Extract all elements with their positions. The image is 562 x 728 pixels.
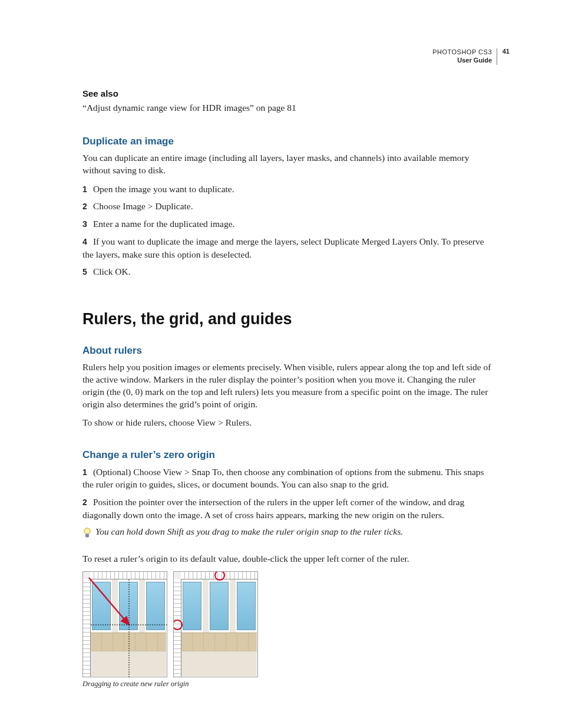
step-number: 2 bbox=[82, 497, 91, 509]
step-text: (Optional) Choose View > Snap To, then c… bbox=[82, 467, 484, 490]
step-text: Open the image you want to duplicate. bbox=[93, 184, 234, 194]
change-origin-step-2: 2 Position the pointer over the intersec… bbox=[82, 496, 497, 521]
chapter-heading-block: Rulers, the grid, and guides bbox=[82, 310, 497, 328]
header-page-number: 41 bbox=[499, 48, 510, 56]
change-origin-block: Change a ruler’s zero origin 1 (Optional… bbox=[82, 449, 497, 689]
page-header: PHOTOSHOP CS3 41 User Guide bbox=[432, 48, 497, 65]
see-also-block: See also “Adjust dynamic range view for … bbox=[82, 88, 497, 114]
step-text: Click OK. bbox=[93, 266, 131, 276]
see-also-heading: See also bbox=[82, 88, 497, 98]
step-number: 3 bbox=[82, 219, 91, 230]
header-subtitle: User Guide bbox=[457, 57, 492, 64]
step-text: Position the pointer over the intersecti… bbox=[82, 497, 464, 520]
figure-after bbox=[173, 571, 258, 677]
step-text: Choose Image > Duplicate. bbox=[93, 201, 193, 211]
figure-before bbox=[82, 571, 167, 677]
duplicate-intro: You can duplicate an entire image (inclu… bbox=[82, 152, 497, 177]
header-product: PHOTOSHOP CS3 bbox=[432, 48, 492, 55]
tip-row: You can hold down Shift as you drag to m… bbox=[82, 526, 497, 542]
step-text: If you want to duplicate the image and m… bbox=[82, 236, 484, 259]
step-number: 1 bbox=[82, 467, 91, 479]
duplicate-step-1: 1 Open the image you want to duplicate. bbox=[82, 183, 497, 196]
see-also-link[interactable]: “Adjust dynamic range view for HDR image… bbox=[82, 102, 497, 114]
duplicate-step-2: 2 Choose Image > Duplicate. bbox=[82, 200, 497, 213]
step-number: 5 bbox=[82, 266, 91, 278]
change-origin-step-1: 1 (Optional) Choose View > Snap To, then… bbox=[82, 466, 497, 491]
duplicate-step-5: 5 Click OK. bbox=[82, 265, 497, 278]
about-rulers-heading: About rulers bbox=[82, 345, 497, 357]
duplicate-step-3: 3 Enter a name for the duplicated image. bbox=[82, 218, 497, 230]
about-rulers-block: About rulers Rulers help you position im… bbox=[82, 345, 497, 429]
chapter-title: Rulers, the grid, and guides bbox=[82, 310, 497, 328]
about-rulers-p2: To show or hide rulers, choose View > Ru… bbox=[82, 417, 497, 429]
lightbulb-icon bbox=[82, 527, 92, 542]
step-number: 2 bbox=[82, 201, 91, 213]
step-number: 1 bbox=[82, 184, 91, 196]
duplicate-heading: Duplicate an image bbox=[82, 136, 497, 147]
step-text: Enter a name for the duplicated image. bbox=[93, 219, 235, 229]
step-number: 4 bbox=[82, 236, 91, 248]
figure-row bbox=[82, 571, 497, 677]
about-rulers-p1: Rulers help you position images or eleme… bbox=[82, 361, 497, 411]
svg-point-0 bbox=[84, 528, 90, 534]
change-origin-reset: To reset a ruler’s origin to its default… bbox=[82, 553, 497, 565]
duplicate-image-block: Duplicate an image You can duplicate an … bbox=[82, 136, 497, 278]
figure-caption: Dragging to create new ruler origin bbox=[82, 680, 497, 689]
svg-rect-1 bbox=[86, 534, 89, 537]
change-origin-heading: Change a ruler’s zero origin bbox=[82, 449, 497, 461]
tip-text: You can hold down Shift as you drag to m… bbox=[95, 526, 403, 538]
duplicate-step-4: 4 If you want to duplicate the image and… bbox=[82, 235, 497, 261]
